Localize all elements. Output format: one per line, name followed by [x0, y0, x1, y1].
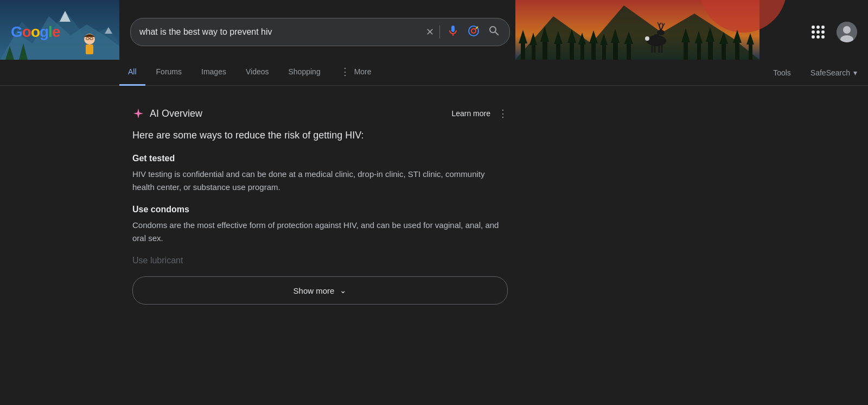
safe-search-button[interactable]: SafeSearch ▾ — [810, 68, 857, 77]
tab-more[interactable]: ⋮ More — [331, 60, 380, 86]
ai-title-area: AI Overview — [132, 107, 202, 119]
tab-shopping[interactable]: Shopping — [280, 60, 329, 86]
apps-grid-button[interactable] — [807, 21, 829, 43]
google-lens-icon[interactable] — [467, 24, 480, 40]
more-dots-icon: ⋮ — [340, 66, 350, 78]
search-bar[interactable]: ✕ — [130, 18, 510, 46]
tab-all[interactable]: All — [119, 60, 145, 86]
nav-bar: All Forums Images Videos Shopping ⋮ More… — [0, 60, 868, 86]
ai-section-title-2: Use condoms — [132, 205, 508, 214]
learn-more-button[interactable]: Learn more — [451, 109, 490, 118]
header-right — [807, 21, 857, 43]
show-more-button[interactable]: Show more ⌄ — [132, 276, 508, 305]
tools-button[interactable]: Tools — [764, 62, 800, 84]
ai-faded-item: Use lubricant — [132, 256, 508, 265]
ai-sparkle-icon — [132, 107, 144, 119]
ai-overview-header: AI Overview Learn more ⋮ — [132, 107, 508, 119]
ai-overview-title: AI Overview — [150, 108, 202, 119]
header: Google ✕ — [0, 0, 868, 60]
ai-more-options-icon[interactable]: ⋮ — [498, 107, 508, 119]
google-logo: Google — [11, 23, 60, 41]
chevron-down-icon: ▾ — [853, 68, 857, 77]
safe-search-label: SafeSearch — [810, 68, 850, 77]
ai-section-text-1: HIV testing is confidential and can be d… — [132, 168, 508, 194]
ai-actions: Learn more ⋮ — [451, 107, 508, 119]
apps-dots-icon — [812, 26, 825, 39]
search-input[interactable] — [139, 27, 426, 37]
ai-overview: AI Overview Learn more ⋮ Here are some w… — [119, 97, 521, 315]
ai-section-title-1: Get tested — [132, 154, 508, 163]
ai-intro-text: Here are some ways to reduce the risk of… — [132, 128, 508, 143]
main-content: AI Overview Learn more ⋮ Here are some w… — [0, 86, 532, 326]
more-label: More — [354, 67, 372, 76]
microphone-icon[interactable] — [446, 24, 459, 40]
nav-tabs: All Forums Images Videos Shopping ⋮ More — [119, 60, 764, 86]
svg-point-62 — [471, 29, 476, 33]
search-icon[interactable] — [488, 24, 501, 40]
svg-point-65 — [843, 26, 851, 34]
avatar[interactable] — [837, 22, 857, 42]
logo-area: Google — [11, 23, 119, 41]
ai-section-text-2: Condoms are the most effective form of p… — [132, 219, 508, 245]
tab-forums[interactable]: Forums — [148, 60, 190, 86]
tab-videos[interactable]: Videos — [237, 60, 278, 86]
show-more-label: Show more — [293, 286, 335, 295]
chevron-down-icon: ⌄ — [340, 286, 347, 295]
search-divider — [439, 26, 440, 39]
clear-icon[interactable]: ✕ — [426, 26, 434, 38]
tab-images[interactable]: Images — [193, 60, 235, 86]
